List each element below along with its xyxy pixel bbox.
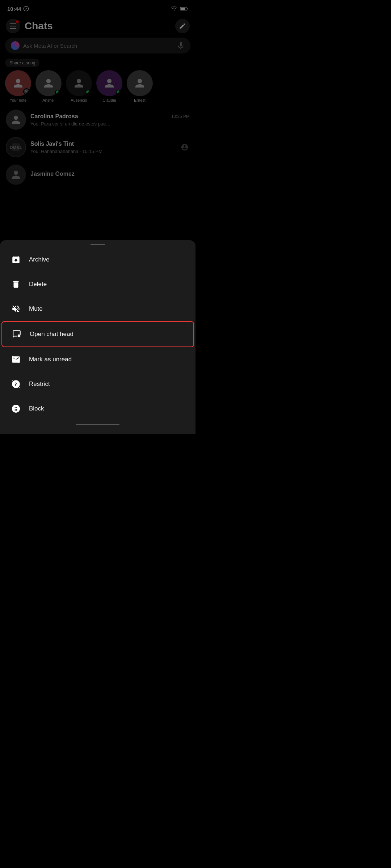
archive-icon — [10, 254, 22, 265]
delete-label: Delete — [29, 281, 47, 288]
sheet-item-mark-unread[interactable]: Mark as unread — [1, 347, 194, 372]
sheet-item-block[interactable]: Block — [1, 396, 194, 421]
mute-label: Mute — [29, 305, 43, 312]
sheet-item-mute[interactable]: Mute — [1, 297, 194, 321]
sheet-item-delete[interactable]: Delete — [1, 272, 194, 297]
sheet-item-archive[interactable]: Archive — [1, 247, 194, 272]
archive-label: Archive — [29, 256, 50, 263]
block-icon — [10, 403, 22, 414]
sheet-item-open-chat-head[interactable]: Open chat head — [1, 321, 194, 347]
mute-icon — [10, 303, 22, 315]
sheet-drag-handle — [91, 244, 105, 245]
home-indicator — [76, 424, 119, 425]
sheet-item-restrict[interactable]: Restrict — [1, 372, 194, 396]
delete-icon — [10, 278, 22, 290]
mark-unread-label: Mark as unread — [29, 356, 72, 363]
block-label: Block — [29, 405, 44, 412]
open-chat-head-label: Open chat head — [30, 331, 73, 338]
mark-unread-icon — [10, 354, 22, 365]
bottom-sheet: Archive Delete Mute Open chat head — [0, 240, 196, 434]
restrict-icon — [10, 378, 22, 390]
restrict-label: Restrict — [29, 380, 50, 388]
chat-head-icon — [11, 328, 22, 340]
